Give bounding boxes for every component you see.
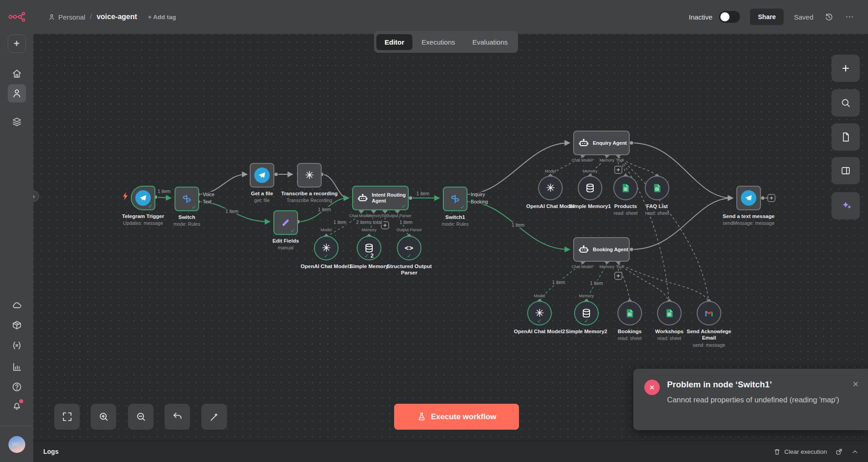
edge-label: 1 item (317, 207, 333, 212)
trigger-bolt-icon (122, 192, 129, 201)
node-openai-chat-model2[interactable]: ✳ ✓ OpenAI Chat Model2 (527, 301, 552, 325)
node-name: FAQ List (623, 203, 691, 209)
share-button[interactable]: Share (750, 9, 784, 25)
node-simple-memory1[interactable]: Simple Memory1 (578, 176, 602, 200)
success-check-icon: ✓ (291, 228, 295, 234)
tab-editor[interactable]: Editor (376, 34, 412, 50)
breadcrumb: Personal / voice-agent + Add tag (48, 12, 176, 21)
node-send-a-text-message[interactable]: Send a text messagesendMessage: message (736, 186, 761, 210)
execute-workflow-button[interactable]: Execute workflow (394, 404, 519, 430)
node-transcribe-a-recording[interactable]: ✳ Transcribe a recordingTranscribe Recor… (297, 163, 322, 188)
robot-icon (357, 193, 368, 203)
workspace-link[interactable]: Personal (48, 13, 85, 21)
tidy-up-button[interactable] (201, 404, 227, 430)
notifications-bell-icon[interactable] (8, 397, 26, 416)
node-openai-chat-model1[interactable]: ✳ ✓ OpenAI Chat Model1 (314, 236, 339, 260)
success-check-icon: ✓ (401, 203, 406, 209)
add-node-button[interactable]: + (832, 55, 860, 82)
node-send-acknowlege-email[interactable]: Send Acknowlege Emailsend: message (697, 301, 721, 325)
node-simple-memory[interactable]: ✓ 2 Simple Memory (357, 236, 381, 260)
cloud-admin-icon[interactable] (8, 296, 26, 314)
node-openai-chat-model[interactable]: ✳ OpenAI Chat Model (538, 176, 563, 200)
ai-assistant-button[interactable]: ✦✦ (832, 192, 860, 219)
node-subtitle: mode: Rules (153, 221, 221, 227)
add-tag-button[interactable]: + Add tag (148, 14, 176, 20)
port-label-memory: Memory (367, 213, 382, 218)
node-booking-agent[interactable]: Booking Agent (573, 237, 630, 262)
edge-label: 1 item (415, 191, 431, 196)
zoom-out-button[interactable] (128, 404, 154, 430)
sidebar-item-personal[interactable] (8, 84, 26, 102)
node-workshops[interactable]: Workshopsread: sheet (657, 301, 682, 325)
logs-panel-header[interactable]: Logs Clear execution (33, 441, 868, 462)
node-subtitle: mode: Rules (421, 221, 489, 227)
more-menu-icon[interactable]: ⋯ (844, 11, 855, 22)
search-button[interactable] (832, 89, 860, 117)
open-logs-icon[interactable] (835, 448, 843, 456)
file-icon (840, 132, 851, 142)
node-enquiry-agent[interactable]: Enquiry Agent (573, 131, 630, 155)
node-switch[interactable]: ✓ Switchmode: Rules (175, 187, 199, 211)
node-telegram-trigger[interactable]: ✓ Telegram TriggerUpdates: message (131, 186, 155, 210)
node-name: Structured Output Parser (382, 263, 437, 276)
edge-label: 2 items total (355, 219, 384, 225)
history-icon[interactable] (823, 11, 834, 22)
node-simple-memory2[interactable]: ✓ Simple Memory2 (574, 301, 599, 325)
tab-executions[interactable]: Executions (413, 34, 463, 50)
undo-button[interactable] (164, 404, 190, 430)
success-check-icon: ✓ (324, 253, 329, 259)
help-icon[interactable] (8, 378, 26, 396)
node-edit-fields[interactable]: ✓ Edit Fieldsmanual (273, 210, 298, 235)
node-faq-list[interactable]: FAQ Listread: sheet (645, 176, 669, 200)
pencil-icon (280, 217, 291, 228)
node-bookings[interactable]: Bookingsread: sheet (617, 301, 642, 325)
toast-close-icon[interactable]: ✕ (853, 380, 859, 389)
robot-icon (578, 244, 589, 255)
openai-icon: ✳ (535, 308, 544, 319)
port-label-memory: Memory (600, 264, 615, 269)
node-get-a-file[interactable]: Get a fileget: file (250, 163, 274, 188)
sparkles-icon: ✦✦ (840, 202, 852, 209)
node-subtitle: send: message (684, 342, 734, 348)
subnode-label-model: Model (534, 294, 545, 298)
edge-label: 1 item (551, 279, 567, 285)
fit-view-button[interactable] (54, 404, 80, 430)
zoom-in-icon (98, 411, 109, 422)
robot-icon (578, 137, 589, 148)
node-intent-routing-agent[interactable]: Intent Routing Agent ✓ (352, 186, 409, 210)
subnode-label-memory: Memory (362, 228, 377, 232)
flask-icon (417, 412, 426, 421)
new-workflow-button[interactable]: + (8, 35, 26, 53)
node-products[interactable]: Productsread: sheet (613, 176, 638, 200)
avatar[interactable]: WL (8, 436, 25, 453)
subnode-label-output-parser: Output Parser (396, 228, 422, 232)
active-toggle[interactable] (719, 11, 740, 23)
sidebar-item-home[interactable] (8, 65, 26, 83)
collapse-chevron-icon[interactable] (851, 448, 859, 456)
insights-icon[interactable] (8, 358, 26, 376)
zoom-out-icon (135, 411, 147, 422)
tab-evaluations[interactable]: Evaluations (464, 34, 516, 50)
sticky-note-button[interactable] (832, 123, 860, 151)
openai-icon: ✳ (305, 170, 314, 181)
variables-icon[interactable] (8, 336, 26, 355)
node-switch1[interactable]: ✓ Switch1mode: Rules (443, 187, 467, 211)
zoom-in-button[interactable] (91, 404, 116, 430)
view-tabs: Editor Executions Evaluations (374, 31, 518, 53)
success-check-icon: ✓ (407, 253, 411, 259)
subnode-label-model: Model (545, 169, 556, 173)
sidebar-divider (0, 426, 33, 426)
node-name: Enquiry Agent (593, 140, 627, 146)
error-toast: ✕ Problem in node ‘Switch1’ Cannot read … (633, 369, 868, 430)
workflow-name[interactable]: voice-agent (97, 13, 137, 21)
sidebar-item-templates[interactable] (8, 113, 26, 131)
code-brackets-icon: <> (405, 244, 414, 252)
clear-execution-button[interactable]: Clear execution (773, 448, 827, 456)
panel-toggle-button[interactable] (832, 157, 860, 184)
success-check-icon: ✓ (460, 204, 465, 210)
node-structured-output-parser[interactable]: <> ✓ Structured Output Parser (397, 236, 421, 260)
switch-icon (449, 193, 461, 205)
marketplace-icon[interactable] (8, 316, 26, 334)
success-check-icon: ✓ (192, 204, 196, 210)
n8n-logo-icon[interactable] (8, 11, 26, 23)
